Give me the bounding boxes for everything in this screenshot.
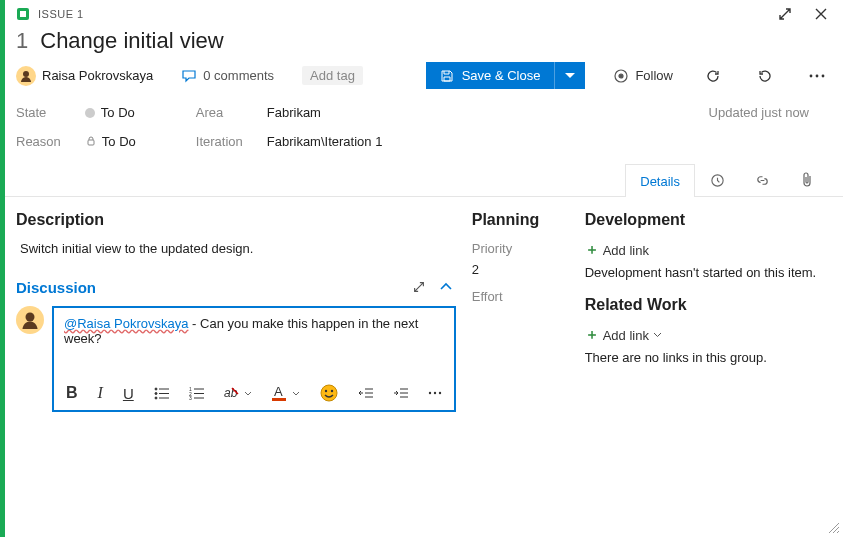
avatar xyxy=(16,66,36,86)
undo-icon[interactable] xyxy=(753,64,777,88)
planning-heading: Planning xyxy=(472,211,569,229)
save-button-label: Save & Close xyxy=(462,68,541,83)
close-icon[interactable] xyxy=(813,6,829,22)
reason-label: Reason xyxy=(16,134,61,149)
svg-point-37 xyxy=(429,392,431,394)
priority-value[interactable]: 2 xyxy=(472,262,569,277)
plus-icon: ＋ xyxy=(585,326,599,344)
svg-rect-9 xyxy=(88,140,94,145)
save-dropdown-button[interactable] xyxy=(554,62,585,89)
text-color-button[interactable]: A xyxy=(272,385,300,401)
reason-value[interactable]: To Do xyxy=(85,134,136,149)
add-dev-link-button[interactable]: ＋ Add link xyxy=(585,241,827,259)
state-value[interactable]: To Do xyxy=(85,105,136,120)
follow-label: Follow xyxy=(635,68,673,83)
issue-type-icon xyxy=(16,7,30,21)
iteration-label: Iteration xyxy=(196,134,243,149)
comments-button[interactable]: 0 comments xyxy=(181,68,274,84)
underline-button[interactable]: U xyxy=(123,385,134,402)
svg-point-8 xyxy=(822,74,825,77)
description-heading: Description xyxy=(16,211,456,229)
related-work-heading: Related Work xyxy=(585,296,827,314)
bold-button[interactable]: B xyxy=(66,384,78,402)
svg-text:ab: ab xyxy=(224,386,238,400)
fullscreen-icon[interactable] xyxy=(777,6,793,22)
tab-links[interactable] xyxy=(740,163,785,196)
area-label: Area xyxy=(196,105,243,120)
add-related-link-button[interactable]: ＋ Add link xyxy=(585,326,827,344)
svg-point-5 xyxy=(619,74,623,78)
plus-icon: ＋ xyxy=(585,241,599,259)
assignee-field[interactable]: Raisa Pokrovskaya xyxy=(16,66,153,86)
current-user-avatar xyxy=(16,306,44,334)
development-empty-text: Development hasn't started on this item. xyxy=(585,265,827,280)
tab-history[interactable] xyxy=(695,163,740,196)
svg-rect-1 xyxy=(20,11,26,17)
svg-point-15 xyxy=(155,392,157,394)
issue-number: 1 xyxy=(16,28,28,54)
svg-point-30 xyxy=(331,390,333,392)
state-label: State xyxy=(16,105,61,120)
svg-point-7 xyxy=(816,74,819,77)
follow-button[interactable]: Follow xyxy=(613,68,673,84)
svg-point-13 xyxy=(155,388,157,390)
priority-label: Priority xyxy=(472,241,569,256)
svg-point-39 xyxy=(439,392,441,394)
add-tag-button[interactable]: Add tag xyxy=(302,66,363,85)
svg-point-12 xyxy=(26,313,35,322)
assignee-name: Raisa Pokrovskaya xyxy=(42,68,153,83)
refresh-icon[interactable] xyxy=(701,64,725,88)
svg-point-38 xyxy=(434,392,436,394)
issue-title[interactable]: Change initial view xyxy=(40,28,223,54)
svg-point-3 xyxy=(23,71,29,77)
area-value[interactable]: Fabrikam xyxy=(267,105,383,120)
issue-type-label: ISSUE 1 xyxy=(38,8,84,20)
resize-grip-icon[interactable] xyxy=(827,521,839,533)
mention[interactable]: @Raisa Pokrovskaya xyxy=(64,316,188,331)
svg-text:A: A xyxy=(274,385,283,399)
updated-timestamp: Updated just now xyxy=(709,105,827,149)
tab-details[interactable]: Details xyxy=(625,164,695,197)
related-empty-text: There are no links in this group. xyxy=(585,350,827,365)
save-and-close-button[interactable]: Save & Close xyxy=(426,62,555,89)
tab-attachments[interactable] xyxy=(785,163,829,196)
svg-point-28 xyxy=(321,385,337,401)
clear-format-button[interactable]: ab xyxy=(224,386,252,400)
development-heading: Development xyxy=(585,211,827,229)
italic-button[interactable]: I xyxy=(98,384,103,402)
effort-label: Effort xyxy=(472,289,569,304)
svg-point-17 xyxy=(155,397,157,399)
iteration-value[interactable]: Fabrikam\Iteration 1 xyxy=(267,134,383,149)
expand-discussion-icon[interactable] xyxy=(408,276,430,298)
emoji-button[interactable] xyxy=(320,384,338,402)
comments-count: 0 comments xyxy=(203,68,274,83)
description-text[interactable]: Switch initial view to the updated desig… xyxy=(20,241,456,256)
discussion-heading: Discussion xyxy=(16,279,402,296)
numbered-list-button[interactable]: 123 xyxy=(189,387,204,400)
svg-text:3: 3 xyxy=(189,395,192,400)
bullet-list-button[interactable] xyxy=(154,387,169,400)
chevron-down-icon xyxy=(653,332,662,338)
indent-button[interactable] xyxy=(393,387,408,399)
svg-point-6 xyxy=(810,74,813,77)
svg-point-29 xyxy=(325,390,327,392)
outdent-button[interactable] xyxy=(358,387,373,399)
svg-rect-27 xyxy=(272,398,286,401)
more-actions-icon[interactable] xyxy=(805,70,829,82)
collapse-discussion-icon[interactable] xyxy=(436,278,456,296)
comment-editor[interactable]: @Raisa Pokrovskaya - Can you make this h… xyxy=(52,306,456,412)
more-format-button[interactable] xyxy=(428,391,442,395)
